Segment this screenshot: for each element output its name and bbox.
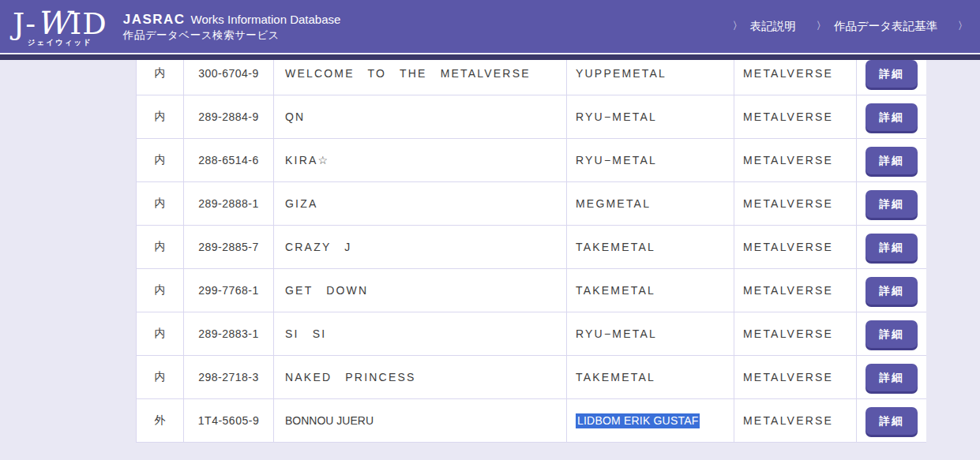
detail-button-cell: 詳細 [857,182,927,226]
artist-cell: METALVERSE [734,312,857,356]
work-code-cell: 298-2718-3 [184,356,274,399]
composer-cell: TAKEMETAL [567,269,734,312]
artist-cell: METALVERSE [734,226,857,269]
detail-button[interactable]: 詳細 [865,190,918,218]
jasrac-wordmark: JASRAC [123,12,186,27]
work-scope-cell: 内 [137,312,184,356]
artist-cell: METALVERSE [734,182,857,226]
detail-button-cell: 詳細 [857,226,927,269]
works-table-body: 内 300-6704-9 WELCOME TO THE METALVERSE Y… [137,60,927,443]
detail-button[interactable]: 詳細 [865,320,918,348]
work-title-cell: QN [274,95,567,139]
header-nav: 〉 表記説明 〉 作品データ表記基準 〉 [733,19,975,34]
nav-link-data-notation-standard[interactable]: 〉 作品データ表記基準 [817,19,937,34]
work-title-cell: GIZA [274,182,567,226]
site-header: J-WID ジェイウィッド JASRACWorks Information Da… [0,0,980,54]
table-row: 内 300-6704-9 WELCOME TO THE METALVERSE Y… [137,60,927,95]
work-code-cell: 289-2883-1 [184,312,274,356]
nav-link-truncated[interactable]: 〉 [958,20,975,33]
composer-cell: RYU−METAL [567,139,734,182]
works-info-db-label: Works Information Database [191,13,341,26]
nav-link-label: 表記説明 [750,19,796,34]
detail-button[interactable]: 詳細 [865,277,918,305]
jwid-logo[interactable]: J-WID ジェイウィッド [13,7,107,48]
service-name-label: 作品データベース検索サービス [123,28,341,43]
work-code-cell: 289-2884-9 [184,95,274,139]
table-row: 外 1T4-5605-9 BONNOU JUERU LIDBOM ERIK GU… [137,399,927,443]
work-title-cell: SI SI [274,312,567,356]
table-row: 内 288-6514-6 KIRA☆ RYU−METAL METALVERSE … [137,139,927,182]
nav-link-notation-guide[interactable]: 〉 表記説明 [733,19,796,34]
brand-block: JASRACWorks Information Database 作品データベー… [123,11,341,43]
composer-cell: TAKEMETAL [567,226,734,269]
table-row: 内 289-2884-9 QN RYU−METAL METALVERSE 詳細 [137,95,927,139]
table-row: 内 298-2718-3 NAKED PRINCESS TAKEMETAL ME… [137,356,927,399]
chevron-right-icon: 〉 [958,19,967,34]
composer-cell: TAKEMETAL [567,356,734,399]
work-title-cell: NAKED PRINCESS [274,356,567,399]
work-scope-cell: 内 [137,269,184,312]
detail-button[interactable]: 詳細 [865,147,918,174]
composer-cell: LIDBOM ERIK GUSTAF [567,399,734,443]
jwid-logo-text: J-WID [13,7,107,39]
work-title-cell: BONNOU JUERU [274,399,567,443]
search-results-viewport: 内 300-6704-9 WELCOME TO THE METALVERSE Y… [136,60,926,443]
work-code-cell: 289-2888-1 [184,182,274,226]
detail-button[interactable]: 詳細 [865,364,918,391]
artist-cell: METALVERSE [734,95,857,139]
work-code-cell: 299-7768-1 [184,269,274,312]
work-scope-cell: 内 [137,139,184,182]
nav-link-label: 作品データ表記基準 [834,19,937,34]
composer-cell: MEGMETAL [567,182,734,226]
work-scope-cell: 外 [137,399,184,443]
work-code-cell: 300-6704-9 [184,60,274,95]
detail-button-cell: 詳細 [857,399,927,443]
artist-cell: METALVERSE [734,60,857,95]
detail-button-cell: 詳細 [857,95,927,139]
table-row: 内 289-2888-1 GIZA MEGMETAL METALVERSE 詳細 [137,182,927,226]
work-title-cell: WELCOME TO THE METALVERSE [274,60,567,95]
work-title-cell: KIRA☆ [274,139,567,182]
detail-button[interactable]: 詳細 [865,407,918,435]
detail-button-cell: 詳細 [857,139,927,182]
detail-button-cell: 詳細 [857,312,927,356]
works-search-results-table: 内 300-6704-9 WELCOME TO THE METALVERSE Y… [136,60,926,443]
table-row: 内 299-7768-1 GET DOWN TAKEMETAL METALVER… [137,269,927,312]
work-scope-cell: 内 [137,182,184,226]
work-scope-cell: 内 [137,226,184,269]
work-title-cell: GET DOWN [274,269,567,312]
artist-cell: METALVERSE [734,139,857,182]
chevron-right-icon: 〉 [817,19,826,34]
detail-button[interactable]: 詳細 [865,234,918,261]
work-title-cell: CRAZY J [274,226,567,269]
work-code-cell: 289-2885-7 [184,226,274,269]
composer-cell: RYU−METAL [567,95,734,139]
table-row: 内 289-2885-7 CRAZY J TAKEMETAL METALVERS… [137,226,927,269]
table-row: 内 289-2883-1 SI SI RYU−METAL METALVERSE … [137,312,927,356]
artist-cell: METALVERSE [734,399,857,443]
detail-button-cell: 詳細 [857,356,927,399]
work-code-cell: 288-6514-6 [184,139,274,182]
work-code-cell: 1T4-5605-9 [184,399,274,443]
header-bottom-strip [0,54,980,60]
composer-cell: YUPPEMETAL [567,60,734,95]
work-scope-cell: 内 [137,356,184,399]
artist-cell: METALVERSE [734,356,857,399]
work-scope-cell: 内 [137,60,184,95]
chevron-right-icon: 〉 [733,19,742,34]
detail-button[interactable]: 詳細 [865,60,918,88]
selected-composer-text: LIDBOM ERIK GUSTAF [576,413,700,428]
work-scope-cell: 内 [137,95,184,139]
composer-cell: RYU−METAL [567,312,734,356]
artist-cell: METALVERSE [734,269,857,312]
detail-button-cell: 詳細 [857,269,927,312]
jwid-logo-subtitle: ジェイウィッド [28,38,92,48]
detail-button[interactable]: 詳細 [865,103,918,131]
detail-button-cell: 詳細 [857,60,927,95]
